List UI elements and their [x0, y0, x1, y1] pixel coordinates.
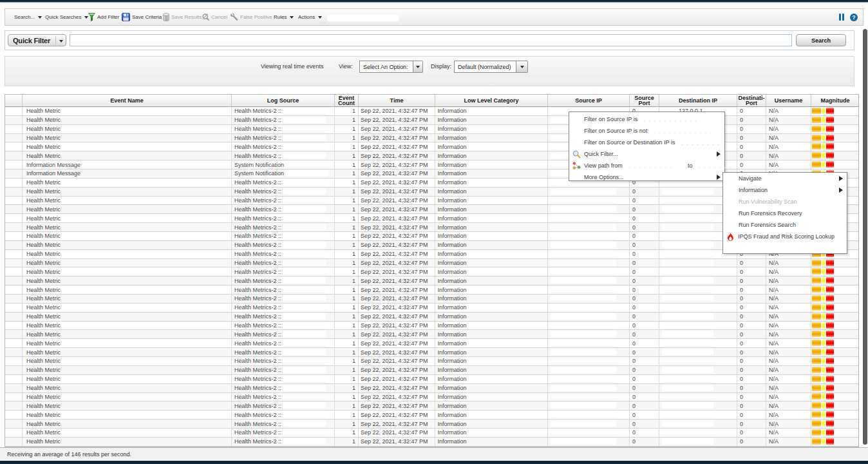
table-row[interactable]: Health MetricHealth Metrics-2 ::1Sep 22,…: [5, 259, 858, 268]
display-select[interactable]: Default (Normalized): [454, 61, 528, 73]
table-row[interactable]: Health MetricHealth Metrics-2 ::1Sep 22,…: [5, 339, 858, 348]
cell-source-port: 0: [630, 241, 659, 249]
column-header-3[interactable]: EventCount: [335, 95, 359, 106]
cell-row-select: [5, 322, 23, 330]
submenu-item-navigate[interactable]: Navigate: [723, 173, 847, 184]
table-row[interactable]: Health MetricHealth Metrics-2 ::1Sep 22,…: [5, 151, 858, 160]
column-header-4[interactable]: Time: [359, 95, 435, 106]
table-row[interactable]: Health MetricHealth Metrics-2 ::1Sep 22,…: [5, 438, 858, 447]
table-row[interactable]: Health MetricHealth Metrics-2 ::1Sep 22,…: [5, 411, 858, 420]
toolbar-item-add-filter[interactable]: Add Filter: [88, 9, 119, 25]
cell-source-ip: [548, 214, 630, 222]
view-select-arrow-button[interactable]: [413, 61, 423, 73]
cell-event-name: Health Metric: [23, 330, 232, 338]
toolbar-item-rules[interactable]: Rules: [274, 9, 294, 25]
menu-item-filter-source-or-destination-ip-is[interactable]: Filter on Source or Destination IP is: [569, 137, 724, 148]
redacted-log-source: [283, 215, 326, 222]
menu-item-filter-source-ip-is[interactable]: Filter on Source IP is: [569, 113, 724, 125]
table-row[interactable]: Health MetricHealth Metrics-2 ::1Sep 22,…: [5, 384, 858, 393]
column-header-8[interactable]: Destination IP: [659, 95, 737, 106]
table-row[interactable]: Health MetricHealth Metrics-2 ::1Sep 22,…: [5, 357, 858, 366]
table-row[interactable]: Health MetricHealth Metrics-2 ::1Sep 22,…: [5, 142, 858, 151]
submenu-item-information[interactable]: Information: [723, 184, 847, 196]
cell-event-name: Health Metric: [23, 214, 232, 222]
table-row[interactable]: Health MetricHealth Metrics-2 ::1Sep 22,…: [5, 313, 858, 322]
table-row[interactable]: Health MetricHealth Metrics-2 ::1Sep 22,…: [5, 429, 858, 438]
menu-item-quick-filter[interactable]: Quick Filter...: [569, 148, 724, 160]
column-header-7[interactable]: SourcePort: [630, 95, 659, 106]
cell-time: Sep 22, 2021, 4:32:47 PM: [359, 375, 435, 383]
toolbar-item-save-criteria[interactable]: Save Criteria: [122, 9, 162, 25]
redacted-log-source: [283, 367, 326, 374]
cell-event-name: Health Metric: [23, 151, 232, 160]
cell-destination-port: 0: [737, 142, 766, 151]
table-row[interactable]: Health MetricHealth Metrics-2 ::1Sep 22,…: [5, 285, 858, 295]
table-row[interactable]: Health MetricHealth Metrics-2 ::1Sep 22,…: [5, 375, 858, 384]
column-header-10[interactable]: Username: [766, 95, 811, 106]
toolbar-item-false-positive[interactable]: False Positive: [230, 9, 272, 25]
cell-username: N/A: [766, 438, 811, 446]
search-input[interactable]: [70, 34, 792, 46]
cell-source-ip: [548, 438, 630, 446]
toolbar-item-save-results[interactable]: Save Results: [163, 9, 202, 25]
table-row[interactable]: Health MetricHealth Metrics-2 ::1Sep 22,…: [5, 348, 858, 357]
redacted-destination-ip: [662, 367, 713, 374]
column-header-6[interactable]: Source IP: [548, 95, 630, 106]
cell-username: N/A: [766, 375, 811, 383]
redacted-source-ip: [551, 304, 616, 311]
help-icon[interactable]: ?: [850, 14, 858, 21]
table-row[interactable]: Health MetricHealth Metrics-2 ::1Sep 22,…: [5, 107, 858, 116]
column-header-9[interactable]: Destinati-Port: [737, 95, 766, 106]
cell-destination-port: 0: [737, 160, 766, 169]
cell-time: Sep 22, 2021, 4:32:47 PM: [359, 420, 435, 428]
cell-row-select: [5, 330, 23, 338]
column-header-11[interactable]: Magnitude: [811, 95, 858, 106]
submenu-item-run-forensics-recovery[interactable]: Run Forensics Recovery: [723, 208, 847, 219]
cell-event-count: 1: [335, 375, 359, 383]
toolbar-item-search[interactable]: Search...: [14, 9, 42, 25]
cell-time: Sep 22, 2021, 4:32:47 PM: [359, 116, 435, 124]
table-row[interactable]: Health MetricHealth Metrics-2 ::1Sep 22,…: [5, 295, 858, 304]
table-row[interactable]: Health MetricHealth Metrics-2 ::1Sep 22,…: [5, 276, 858, 285]
table-row[interactable]: Health MetricHealth Metrics-2 ::1Sep 22,…: [5, 304, 858, 313]
cell-username: N/A: [766, 339, 811, 347]
cell-event-name: Health Metric: [23, 375, 232, 383]
table-row[interactable]: Health MetricHealth Metrics-2 ::1Sep 22,…: [5, 116, 858, 125]
table-row[interactable]: Health MetricHealth Metrics-2 ::1Sep 22,…: [5, 393, 858, 402]
table-row[interactable]: Health MetricHealth Metrics-2 ::1Sep 22,…: [5, 366, 858, 375]
status-text: Receiving an average of 146 results per …: [7, 451, 131, 458]
table-row[interactable]: Health MetricHealth Metrics-2 ::1Sep 22,…: [5, 125, 858, 134]
bottom-navy-bar: [0, 461, 868, 464]
column-header-5[interactable]: Low Level Category: [435, 95, 548, 106]
cell-event-name: Health Metric: [23, 384, 232, 392]
table-row[interactable]: Health MetricHealth Metrics-2 ::1Sep 22,…: [5, 330, 858, 339]
submenu-item-run-forensics-search[interactable]: Run Forensics Search: [723, 219, 847, 231]
column-header-2[interactable]: Log Source: [232, 95, 335, 106]
table-row[interactable]: Health MetricHealth Metrics-2 ::1Sep 22,…: [5, 267, 858, 276]
menu-item-more-options[interactable]: More Options...: [569, 171, 724, 183]
display-select-arrow-button[interactable]: [516, 61, 528, 73]
toolbar-item-quick-searches[interactable]: Quick Searches: [45, 9, 88, 25]
menu-item-filter-source-ip-is-not[interactable]: Filter on Source IP is not: [569, 125, 724, 137]
table-row[interactable]: Health MetricHealth Metrics-2 ::1Sep 22,…: [5, 420, 858, 429]
cell-event-count: 1: [335, 205, 359, 213]
pause-icon[interactable]: [839, 14, 845, 21]
cell-source-port: 0: [630, 205, 659, 213]
cell-log-source: Health Metrics-2 ::: [232, 348, 335, 356]
table-row[interactable]: Health MetricHealth Metrics-2 ::1Sep 22,…: [5, 134, 858, 143]
column-header-1[interactable]: Event Name: [23, 95, 232, 106]
toolbar-item-actions[interactable]: Actions: [298, 9, 322, 25]
column-header-0[interactable]: [5, 95, 23, 106]
quick-filter-dropdown-button[interactable]: Quick Filter: [8, 34, 66, 46]
menu-item-view-path[interactable]: View path from to: [569, 160, 724, 171]
vertical-scrollbar-thumb[interactable]: [863, 29, 867, 445]
view-select[interactable]: Select An Option:: [359, 61, 423, 73]
submenu-item-ipqs-fraud-lookup[interactable]: IPQS Fraud and Risk Scoring Lookup: [723, 231, 847, 242]
cell-time: Sep 22, 2021, 4:32:47 PM: [359, 197, 435, 205]
toolbar-item-cancel[interactable]: Cancel: [202, 9, 227, 25]
table-row[interactable]: Health MetricHealth Metrics-2 ::1Sep 22,…: [5, 322, 858, 331]
cell-event-name: Health Metric: [23, 259, 232, 267]
table-row[interactable]: Health MetricHealth Metrics-2 ::1Sep 22,…: [5, 401, 858, 411]
cell-event-count: 1: [335, 304, 359, 312]
search-button[interactable]: Search: [796, 34, 846, 46]
